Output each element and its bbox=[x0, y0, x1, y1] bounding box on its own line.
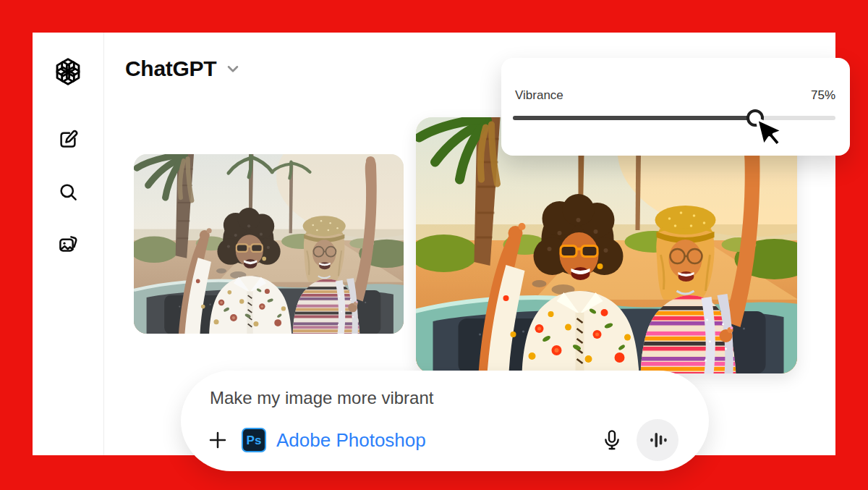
vibrance-value: 75% bbox=[811, 88, 835, 103]
images-icon bbox=[57, 233, 79, 255]
chevron-down-icon bbox=[224, 59, 242, 78]
new-chat-button[interactable] bbox=[56, 127, 80, 152]
chat-composer: Make my image more vibrant Ps Adobe Phot… bbox=[181, 371, 709, 471]
image-before bbox=[134, 154, 404, 334]
slider-fill bbox=[513, 116, 755, 120]
vibrance-label: Vibrance bbox=[515, 88, 563, 103]
image-after bbox=[416, 117, 797, 373]
photoshop-icon: Ps bbox=[242, 428, 266, 452]
page-title: ChatGPT bbox=[125, 56, 216, 81]
model-switcher[interactable]: ChatGPT bbox=[125, 56, 242, 81]
tool-name: Adobe Photoshop bbox=[276, 429, 426, 452]
voice-wave-icon bbox=[647, 430, 668, 450]
microphone-icon bbox=[600, 428, 624, 452]
mouse-cursor bbox=[752, 117, 791, 159]
search-chats-button[interactable] bbox=[56, 179, 80, 204]
openai-logo bbox=[51, 55, 85, 88]
voice-mode-button[interactable] bbox=[637, 419, 678, 461]
dictate-button[interactable] bbox=[600, 428, 624, 452]
plus-icon bbox=[207, 429, 229, 451]
red-frame: ChatGPT Vibrance 75% Make my image more … bbox=[0, 0, 868, 490]
library-button[interactable] bbox=[56, 232, 80, 256]
photoshop-tool-chip[interactable]: Ps Adobe Photoshop bbox=[242, 428, 426, 452]
compose-icon bbox=[57, 129, 79, 151]
vibrance-panel: Vibrance 75% bbox=[501, 58, 850, 156]
search-icon bbox=[57, 181, 79, 203]
chat-input[interactable]: Make my image more vibrant bbox=[210, 388, 433, 408]
sidebar bbox=[33, 33, 104, 455]
attach-button[interactable] bbox=[207, 429, 229, 451]
